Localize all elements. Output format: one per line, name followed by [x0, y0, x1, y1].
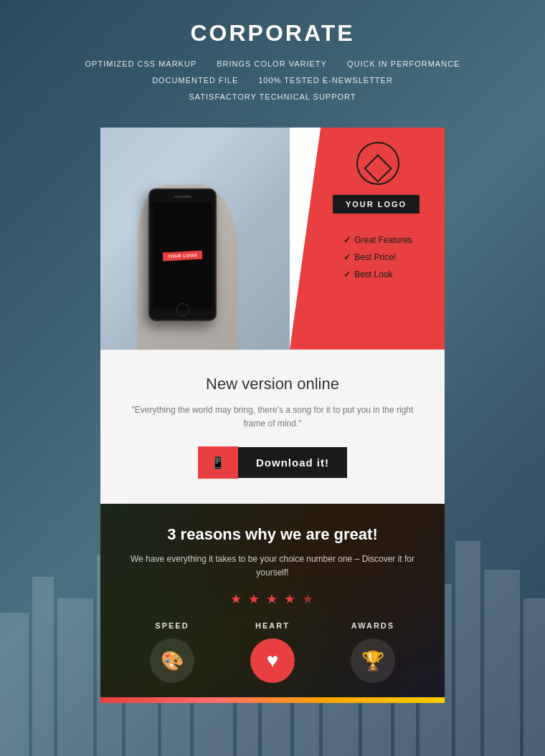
speed-icon: 🎨 [161, 650, 184, 672]
page-title: CORPORATE [14, 20, 531, 47]
star-2: ★ [248, 592, 261, 606]
heart-item: HEART ♥ [250, 621, 295, 683]
rating-stars: ★ ★ ★ ★ ★ [122, 591, 423, 607]
heart-icon: ♥ [267, 649, 279, 672]
mobile-icon: 📱 [211, 456, 225, 469]
star-3: ★ [266, 592, 279, 606]
speed-item: SPEED 🎨 [150, 621, 194, 683]
phone-logo: YOUR LOGO [163, 250, 203, 261]
logo-badge: YOUR LOGO [333, 195, 420, 214]
awards-icon-circle: 🏆 [351, 638, 395, 683]
star-half: ★ [302, 592, 315, 606]
heart-icon-circle: ♥ [250, 638, 295, 683]
white-section: New version online "Everything the world… [100, 350, 445, 504]
download-icon-part: 📱 [198, 446, 238, 479]
trophy-icon: 🏆 [361, 650, 384, 672]
hero-features-list: Great Features Best Price! Best Look [343, 231, 412, 283]
feature-support: SATISFACTORY TECHNICAL SUPPORT [189, 90, 356, 105]
dark-section: 3 reasons why we are great! We have ever… [100, 504, 445, 697]
header-features: OPTIMIZED CSS MARKUP BRINGS COLOR VARIET… [14, 57, 531, 105]
dark-section-subtitle: We have everything it takes to be your c… [122, 552, 423, 580]
dark-section-title: 3 reasons why we are great! [122, 525, 423, 544]
header-section: CORPORATE OPTIMIZED CSS MARKUP BRINGS CO… [0, 0, 545, 120]
heart-label: HEART [255, 621, 290, 630]
features-icons-row: SPEED 🎨 HEART ♥ AWARDS � [122, 621, 423, 683]
star-4: ★ [284, 592, 297, 606]
bottom-strip [100, 697, 445, 703]
star-1: ★ [230, 592, 243, 606]
email-template-card: YOUR LOGO YOUR LOGO [100, 128, 445, 704]
feature-css: OPTIMIZED CSS MARKUP [85, 57, 197, 72]
white-section-quote: "Everything the world may bring, there's… [129, 403, 416, 431]
awards-label: AWARDS [351, 621, 394, 630]
feature-item-3: Best Look [343, 266, 412, 283]
feature-item-1: Great Features [343, 231, 412, 249]
download-label: Download it! [238, 447, 347, 478]
white-section-title: New version online [129, 375, 416, 393]
dark-section-content: 3 reasons why we are great! We have ever… [122, 525, 423, 683]
download-button[interactable]: 📱 Download it! [198, 446, 347, 479]
awards-item: AWARDS 🏆 [351, 621, 395, 683]
hero-left: YOUR LOGO [100, 128, 290, 350]
hero-section: YOUR LOGO YOUR LOGO [100, 128, 445, 350]
speed-icon-circle: 🎨 [150, 638, 194, 683]
feature-color: BRINGS COLOR VARIETY [217, 57, 327, 72]
feature-tested: 100% TESTED E-NEWSLETTER [258, 73, 393, 88]
hero-right: YOUR LOGO Great Features Best Price! Bes… [290, 128, 445, 350]
feature-item-2: Best Price! [343, 249, 412, 266]
feature-perf: QUICK IN PERFORMANCE [347, 57, 460, 72]
speed-label: SPEED [155, 621, 189, 630]
feature-docs: DOCUMENTED FILE [152, 73, 238, 88]
